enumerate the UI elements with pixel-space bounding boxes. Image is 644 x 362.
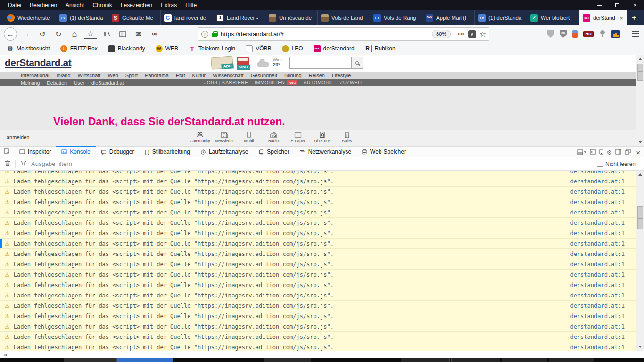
scroll-up-icon[interactable] [638,58,642,60]
url-text[interactable]: https://derstandard.at/# [221,31,429,38]
persist-logs-checkbox[interactable] [597,161,603,167]
footer-link-sales[interactable]: Sales [335,132,359,143]
console-row[interactable]: ⚠Laden fehlgeschlagen für das <script> m… [0,228,636,239]
pocket-icon[interactable]: ∨ [468,30,476,38]
browser-tab-active[interactable]: dSt derStand × [579,10,627,25]
browser-tab[interactable]: Fx (1) derStanda [475,10,527,25]
site-nav-link[interactable]: ZUZWEIT [340,80,363,85]
devtools-tab-debugger[interactable]: Debugger [96,147,140,157]
console-source-link[interactable]: derstandard.at:1 [570,189,625,195]
devtools-tab-stilbearbeitung[interactable]: { } Stilbearbeitung [139,147,195,157]
console-row[interactable]: ⚠Laden fehlgeschlagen für das <script> m… [0,280,636,290]
console-source-link[interactable]: derstandard.at:1 [570,220,625,226]
scroll-down-icon[interactable] [638,141,642,143]
console-row[interactable]: ⚠Laden fehlgeschlagen für das <script> m… [0,187,636,197]
new-tab-button[interactable]: + [627,10,641,25]
reload-icon[interactable]: ↻ [52,27,65,41]
console-source-link[interactable]: derstandard.at:1 [570,171,625,174]
footer-link-radio[interactable]: Radio [261,132,286,143]
menu-item[interactable]: Chronik [88,0,116,10]
sidebar-icon[interactable] [116,27,129,41]
abo-icon[interactable]: ABO [211,56,233,69]
home-icon[interactable]: ⌂ [68,27,81,41]
menu-hamburger-icon[interactable] [632,31,639,37]
browser-console-icon[interactable] [590,149,596,156]
browser-tab[interactable]: GMX Apple Mail (F [422,10,475,25]
menu-item[interactable]: Datei [4,0,25,10]
site-nav-link[interactable]: Etat [176,73,185,78]
separate-window-icon[interactable] [625,149,631,156]
console-row[interactable]: ⚠Laden fehlgeschlagen für das <script> m… [0,321,636,332]
tab-close-icon[interactable]: × [619,15,624,22]
footer-link-epaper[interactable]: E-Paper [286,132,310,143]
hd-extension-icon[interactable]: HD [583,31,594,37]
dock-bottom-icon[interactable] [577,149,586,155]
console-row[interactable]: ⚠Laden fehlgeschlagen für das <script> m… [0,301,636,311]
browser-tab[interactable]: E1 Vols de Rang [370,10,422,25]
bookmark-item[interactable]: dSt derStandard [314,45,355,52]
devtools-tab-inspektor[interactable]: Inspektor [14,147,56,157]
console-source-link[interactable]: derstandard.at:1 [570,199,625,206]
browser-tab[interactable]: 1 Land Rover - [213,10,265,25]
console-input-line[interactable]: » [0,351,644,358]
console-filter-input[interactable] [31,160,267,167]
devtools-tab-netzwerkanalyse[interactable]: Netzwerkanalyse [295,147,356,157]
footer-link-community[interactable]: Community [188,132,212,143]
footer-link-ueber-uns[interactable]: Über uns [310,132,335,143]
bookmark-item[interactable]: T Telekom-Login [189,45,235,52]
settings-gear-icon[interactable]: ⚙ [607,149,612,156]
taskbar-app-segment[interactable] [401,358,450,362]
page-actions-icon[interactable]: ••• [458,31,465,37]
page-scrollbar[interactable] [636,55,644,146]
footer-link-newsletter[interactable]: Newsletter [212,132,237,143]
console-row[interactable]: ⚠Laden fehlgeschlagen für das <script> m… [0,218,636,228]
console-source-link[interactable]: derstandard.at:1 [570,272,625,278]
site-nav-link[interactable]: JOBS | KARRIERE [204,80,248,85]
mail-icon[interactable]: ✉ [132,27,145,41]
site-nav-link[interactable]: Reisen [309,73,325,78]
console-source-link[interactable]: derstandard.at:1 [570,292,625,299]
bookmark-star-icon[interactable]: ☆ [84,29,97,39]
console-row[interactable]: ⚠Laden fehlgeschlagen für das <script> m… [0,311,636,321]
footer-link-mobil[interactable]: Mobil [237,132,261,143]
console-source-link[interactable]: derstandard.at:1 [570,209,625,216]
taskbar-app-segment[interactable] [264,358,311,362]
taskbar-app-segment[interactable] [117,358,173,362]
bookmark-item[interactable]: Blacklandy [108,45,145,52]
pick-element-icon[interactable] [0,147,14,157]
site-nav-link[interactable]: Kultur [192,73,206,78]
dock-side-icon[interactable] [615,149,621,156]
lightbulb-extension-icon[interactable] [599,30,606,38]
console-row[interactable]: ⚠Laden fehlgeschlagen für das <script> m… [0,249,636,259]
windows-taskbar[interactable] [0,358,644,362]
console-source-link[interactable]: derstandard.at:1 [570,178,625,185]
back-icon[interactable]: ← [4,27,17,41]
taskbar-app-segment[interactable] [549,358,594,362]
responsive-mode-icon[interactable] [599,149,603,156]
console-row[interactable]: ⚠Laden fehlgeschlagen für das <script> m… [0,176,636,187]
devtools-tab-konsole[interactable]: Konsole [56,147,95,157]
console-source-link[interactable]: derstandard.at:1 [570,313,625,320]
browser-tab[interactable]: Fx (1) derStanda [56,10,108,25]
site-search-button[interactable] [352,57,363,69]
console-scrollbar[interactable] [636,171,644,351]
browser-tab[interactable]: G land rover de [161,10,213,25]
browser-tab[interactable]: ✓ Wer blokiert [527,10,579,25]
url-bar[interactable]: i https://derstandard.at/# 80% ••• ∨ ☆ [198,27,489,41]
browser-tab[interactable]: Wiederherste [4,10,56,25]
menu-item[interactable]: Ansicht [61,0,88,10]
maximize-button[interactable] [608,0,626,10]
minimize-button[interactable] [590,0,608,10]
scroll-down-icon[interactable] [638,346,642,348]
menu-item[interactable]: Extras [157,0,181,10]
bookmark-item[interactable]: LEO [282,45,303,52]
privacy-badger-icon[interactable] [547,30,554,38]
site-nav-link[interactable]: Wirtschaft [78,73,101,78]
site-nav-link[interactable]: Inland [57,73,71,78]
scrollbar-thumb[interactable] [637,206,643,229]
taskbar-app-segment[interactable] [64,358,117,362]
console-row[interactable]: ⚠Laden fehlgeschlagen für das <script> m… [0,270,636,280]
taskbar-app-segment[interactable] [502,358,547,362]
forward-icon[interactable]: → [20,27,33,41]
mask-icon[interactable]: ∞ [148,27,161,41]
